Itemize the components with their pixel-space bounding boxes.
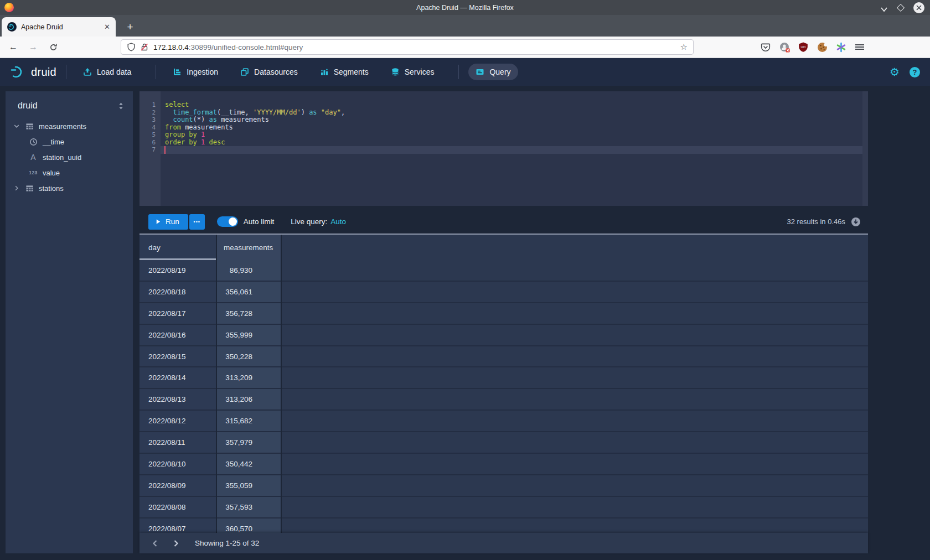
help-icon[interactable]: ? (910, 67, 920, 77)
bookmark-star-icon[interactable]: ☆ (680, 42, 688, 52)
tree-item-measurements[interactable]: measurements (6, 118, 133, 134)
cell-filler (282, 518, 868, 533)
next-page-icon[interactable] (170, 540, 182, 547)
cell-measurements: 313,209 (217, 367, 281, 389)
line-number: 5 (140, 131, 161, 139)
results-header: day measurements (140, 235, 868, 260)
close-button[interactable] (913, 2, 924, 13)
cell-filler (282, 389, 868, 411)
tree-item-time[interactable]: __time (6, 134, 133, 149)
column-header-measurements[interactable]: measurements (217, 235, 281, 260)
browser-tab[interactable]: Apache Druid ✕ (2, 17, 116, 37)
column-header-day[interactable]: day (140, 235, 216, 260)
extension-asterisk-icon[interactable] (834, 40, 848, 54)
nav-separator (458, 65, 459, 79)
table-row: 2022/08/15350,228 (140, 346, 868, 368)
auto-limit-label: Auto limit (244, 217, 275, 226)
minimize-button[interactable] (880, 5, 888, 11)
druid-logo[interactable]: druid (10, 64, 56, 80)
table-row: 2022/08/14313,209 (140, 367, 868, 389)
cell-day: 2022/08/09 (140, 475, 216, 497)
chevron-right-icon[interactable] (13, 185, 20, 191)
nav-item-services[interactable]: Services (384, 64, 442, 80)
prev-page-icon[interactable] (149, 540, 161, 547)
clock-icon (29, 138, 38, 146)
maximize-button[interactable] (897, 3, 905, 11)
schema-selector[interactable]: druid (18, 101, 117, 111)
table-row: 2022/08/1986,930 (140, 260, 868, 282)
nav-item-label: Query (489, 68, 510, 76)
cell-filler (282, 282, 868, 303)
cell-filler (282, 432, 868, 454)
cell-day: 2022/08/12 (140, 411, 216, 432)
cell-filler (282, 411, 868, 432)
column-header-filler (282, 235, 868, 260)
table-row: 2022/08/16355,999 (140, 325, 868, 346)
results-rows: 2022/08/1986,9302022/08/18356,0612022/08… (140, 260, 868, 533)
auto-limit-toggle[interactable] (217, 216, 238, 227)
cell-measurements: 357,593 (217, 497, 281, 518)
insecure-lock-icon[interactable] (140, 43, 149, 51)
run-more-button[interactable]: ••• (189, 214, 205, 230)
results-table: day measurements 2022/08/1986,9302022/08… (140, 235, 868, 533)
ublock-icon[interactable]: UO (797, 40, 810, 54)
tree-item-stations[interactable]: stations (6, 180, 133, 196)
new-tab-button[interactable]: + (123, 20, 137, 34)
nav-item-load-data[interactable]: Load data (76, 64, 138, 80)
sql-lines: select time_format(__time, 'YYYY/MM/dd')… (165, 101, 861, 146)
code-line[interactable]: count(*) as measurements (165, 116, 861, 124)
shield-icon[interactable] (127, 43, 136, 51)
table-row: 2022/08/18356,061 (140, 282, 868, 303)
table-icon (25, 184, 34, 193)
cell-measurements: 350,228 (217, 346, 281, 368)
pocket-icon[interactable] (759, 40, 772, 54)
cell-filler (282, 303, 868, 325)
cell-day: 2022/08/18 (140, 282, 216, 303)
svg-text:UO: UO (801, 45, 806, 49)
code-line[interactable]: group by 1 (165, 131, 861, 139)
nav-item-ingestion[interactable]: Ingestion (166, 64, 225, 80)
live-query-value[interactable]: Auto (330, 217, 346, 226)
run-bar: Run ••• Auto limit Live query: Auto 32 r… (140, 214, 868, 230)
firefox-icon (4, 3, 14, 12)
cookie-icon[interactable] (815, 40, 829, 54)
ingestion-icon (173, 68, 182, 76)
menu-icon[interactable] (853, 40, 866, 54)
cell-day: 2022/08/08 (140, 497, 216, 518)
nav-item-segments[interactable]: Segments (313, 64, 376, 80)
chevron-down-icon[interactable] (13, 123, 20, 129)
cell-filler (282, 325, 868, 346)
cell-day: 2022/08/19 (140, 260, 216, 282)
tab-close-icon[interactable]: ✕ (104, 23, 110, 31)
code-line[interactable]: from measurements (165, 124, 861, 132)
code-line[interactable]: select (165, 101, 861, 109)
tree-item-value[interactable]: 123 value (6, 165, 133, 180)
druid-favicon-icon (7, 22, 17, 32)
nav-item-query[interactable]: Query (468, 64, 518, 80)
cell-day: 2022/08/15 (140, 346, 216, 368)
query-icon (476, 68, 484, 76)
cell-day: 2022/08/11 (140, 432, 216, 454)
sql-editor[interactable]: 1234567 select time_format(__time, 'YYYY… (140, 91, 868, 206)
url-text[interactable]: 172.18.0.4:30899/unified-console.html#qu… (153, 43, 303, 51)
run-button[interactable]: Run (148, 214, 188, 230)
sort-indicator (140, 258, 216, 260)
editor-scrollbar[interactable] (862, 91, 868, 206)
number-type-icon: 123 (28, 170, 38, 175)
forward-icon[interactable]: → (27, 42, 40, 52)
code-line[interactable]: order by 1 desc (165, 139, 861, 147)
double-caret-icon[interactable] (117, 102, 125, 110)
tab-title: Apache Druid (21, 23, 100, 31)
settings-gear-icon[interactable]: ⚙ (890, 66, 900, 77)
cell-day: 2022/08/16 (140, 325, 216, 346)
nav-item-datasources[interactable]: Datasources (233, 64, 305, 80)
cell-filler (282, 475, 868, 497)
tree-item-station-uuid[interactable]: A station_uuid (6, 149, 133, 165)
url-bar[interactable]: 172.18.0.4:30899/unified-console.html#qu… (121, 39, 694, 55)
back-icon[interactable]: ← (7, 42, 20, 52)
nav-separator (66, 65, 66, 79)
download-icon[interactable] (851, 217, 861, 227)
code-line[interactable]: time_format(__time, 'YYYY/MM/dd') as "da… (165, 109, 861, 117)
account-disabled-icon[interactable] (778, 40, 791, 54)
reload-icon[interactable] (46, 43, 60, 51)
